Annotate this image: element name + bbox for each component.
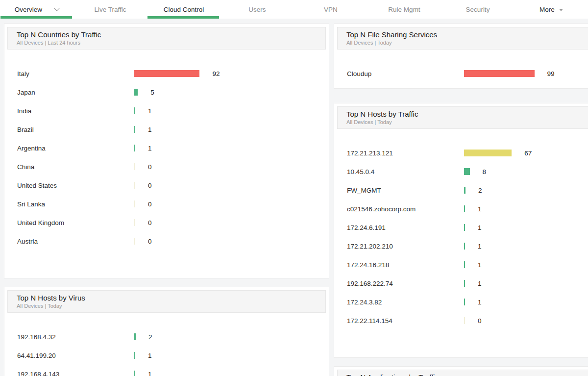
chart-row[interactable]: 172.22.114.1540 xyxy=(347,311,588,330)
bar-chart: 192.168.4.32264.41.199.201192.168.4.1431 xyxy=(4,316,329,376)
bar[interactable] xyxy=(134,219,135,226)
bar[interactable] xyxy=(464,70,535,77)
tab-live-traffic[interactable]: Live Traffic xyxy=(74,0,147,19)
bar[interactable] xyxy=(134,371,135,376)
chart-row[interactable]: United Kingdom0 xyxy=(17,213,329,232)
bar[interactable] xyxy=(134,107,135,114)
chart-row[interactable]: Japan5 xyxy=(17,83,329,101)
bar[interactable] xyxy=(134,126,135,133)
panel-title: Top N Hosts by Traffic xyxy=(346,110,588,118)
chart-row[interactable]: 192.168.4.1431 xyxy=(17,365,329,376)
chart-row[interactable]: 192.168.222.741 xyxy=(347,274,588,293)
top-nav: OverviewLive TrafficCloud ControlUsersVP… xyxy=(0,0,588,19)
row-label: Argentina xyxy=(17,145,134,152)
bar[interactable] xyxy=(134,333,136,340)
bar-area: 0 xyxy=(134,182,152,189)
chart-row[interactable]: 172.24.3.821 xyxy=(347,293,588,311)
row-value: 1 xyxy=(478,205,482,213)
row-value: 1 xyxy=(148,107,152,115)
panel-header: Top N Hosts by Traffic All Devices | Tod… xyxy=(337,106,588,129)
row-label: United Kingdom xyxy=(17,219,134,226)
chart-row[interactable]: 172.24.16.2181 xyxy=(347,255,588,274)
row-value: 2 xyxy=(478,187,482,194)
tab-cloud-control[interactable]: Cloud Control xyxy=(147,0,220,19)
chart-row[interactable]: 172.24.6.1911 xyxy=(347,218,588,237)
chart-row[interactable]: Office 3650 xyxy=(347,83,588,89)
row-value: 0 xyxy=(148,238,152,245)
chart-row[interactable]: c021546.zohocorp.com1 xyxy=(347,200,588,218)
bar[interactable] xyxy=(134,182,135,189)
chart-row[interactable]: 10.45.0.48 xyxy=(347,162,588,181)
tab-rule-mgmt[interactable]: Rule Mgmt xyxy=(368,0,441,19)
bar[interactable] xyxy=(464,243,465,250)
chart-row[interactable]: Sri Lanka0 xyxy=(17,195,329,213)
bar[interactable] xyxy=(464,187,466,194)
tab-vpn[interactable]: VPN xyxy=(294,0,368,19)
chart-row[interactable]: 64.41.199.201 xyxy=(17,346,329,365)
bar[interactable] xyxy=(134,145,135,151)
caret-down-icon xyxy=(559,9,563,11)
chart-row[interactable]: Cloudup99 xyxy=(347,64,588,83)
chart-row[interactable]: 172.21.202.2101 xyxy=(347,237,588,255)
bar[interactable] xyxy=(464,205,465,212)
panel-header: Top N Hosts by Virus All Devices | Today xyxy=(7,290,326,313)
bar-area: 0 xyxy=(464,89,482,89)
bar-area: 1 xyxy=(134,107,152,115)
bar-area: 1 xyxy=(464,205,482,213)
bar[interactable] xyxy=(464,280,465,287)
bar-area: 1 xyxy=(464,299,482,306)
bar[interactable] xyxy=(464,299,465,305)
right-column: Top N File Sharing Services All Devices … xyxy=(334,24,588,376)
chart-row[interactable]: Brazil1 xyxy=(17,120,329,139)
row-label: Office 365 xyxy=(347,89,464,89)
bar[interactable] xyxy=(134,70,199,77)
chart-row[interactable]: 172.21.213.12167 xyxy=(347,144,588,162)
row-value: 92 xyxy=(212,70,220,77)
tab-label: Users xyxy=(248,6,266,13)
bar[interactable] xyxy=(134,163,135,170)
row-value: 1 xyxy=(148,352,152,359)
chart-row[interactable]: Austria0 xyxy=(17,232,329,251)
panel-subtitle: All Devices | Today xyxy=(346,119,588,125)
bar[interactable] xyxy=(134,89,138,96)
bar-area: 1 xyxy=(134,126,152,133)
bar-area: 2 xyxy=(464,187,482,194)
bar[interactable] xyxy=(134,352,135,359)
tab-label: Rule Mgmt xyxy=(388,6,420,13)
row-label: Cloudup xyxy=(347,70,464,77)
tab-overview[interactable]: Overview xyxy=(0,0,74,19)
bar[interactable] xyxy=(464,168,470,175)
tab-more[interactable]: More xyxy=(514,0,588,19)
row-label: 192.168.4.32 xyxy=(17,333,134,341)
row-label: 172.24.3.82 xyxy=(347,299,464,306)
row-value: 0 xyxy=(148,219,152,226)
bar[interactable] xyxy=(464,224,465,231)
bar[interactable] xyxy=(464,150,512,156)
panel-top-applications-by-traffic: Top N Applications by Traffic xyxy=(334,366,588,376)
tab-users[interactable]: Users xyxy=(220,0,294,19)
row-label: Japan xyxy=(17,89,134,96)
row-label: 192.168.4.143 xyxy=(17,371,134,376)
row-value: 1 xyxy=(478,261,482,269)
row-label: FW_MGMT xyxy=(347,187,464,194)
bar[interactable] xyxy=(464,261,465,268)
bar-area: 1 xyxy=(464,243,482,250)
bar-area: 8 xyxy=(464,168,486,175)
row-value: 0 xyxy=(478,89,482,89)
panel-top-hosts-by-virus: Top N Hosts by Virus All Devices | Today… xyxy=(4,287,329,376)
bar[interactable] xyxy=(134,201,135,207)
chart-row[interactable]: United States0 xyxy=(17,176,329,195)
chart-row[interactable]: Italy92 xyxy=(17,64,329,83)
chart-row[interactable]: India1 xyxy=(17,101,329,120)
chart-row[interactable]: FW_MGMT2 xyxy=(347,181,588,200)
row-label: 192.168.222.74 xyxy=(347,280,464,287)
bar[interactable] xyxy=(134,238,135,245)
row-label: Sri Lanka xyxy=(17,201,134,208)
bar[interactable] xyxy=(464,317,465,324)
chart-row[interactable]: China0 xyxy=(17,157,329,176)
chart-row[interactable]: Argentina1 xyxy=(17,139,329,157)
row-value: 1 xyxy=(478,299,482,306)
chart-row[interactable]: 192.168.4.322 xyxy=(17,327,329,346)
bar-area: 92 xyxy=(134,70,220,77)
tab-security[interactable]: Security xyxy=(441,0,514,19)
